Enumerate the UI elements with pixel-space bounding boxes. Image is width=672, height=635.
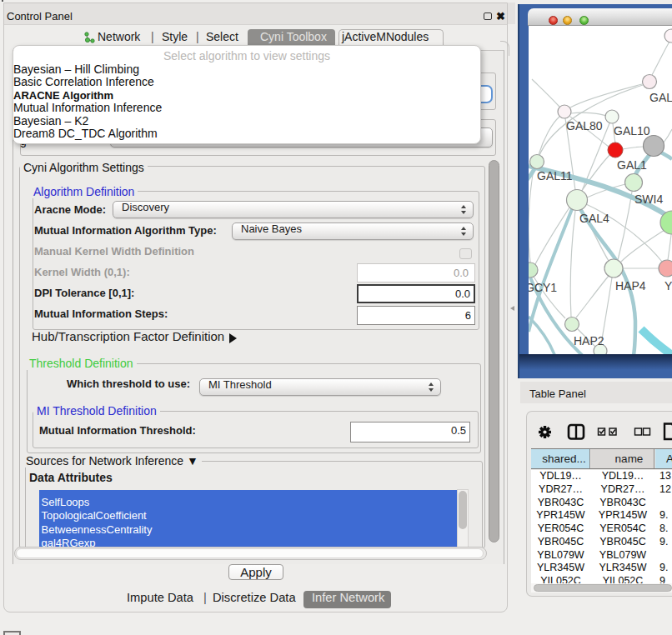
svg-text:GAL11: GAL11 [537,169,573,182]
svg-text:GAL80: GAL80 [566,119,603,132]
svg-text:GAL10: GAL10 [614,124,650,138]
svg-text:GAL7: GAL7 [649,91,672,104]
svg-text:GCY1: GCY1 [529,281,557,294]
svg-text:GAL1: GAL1 [617,158,647,172]
svg-text:Y: Y [664,279,672,292]
svg-text:SWI4: SWI4 [634,192,663,206]
svg-text:HAP2: HAP2 [574,334,604,348]
svg-text:HAP4: HAP4 [615,279,646,292]
svg-text:GAL4: GAL4 [579,212,609,225]
